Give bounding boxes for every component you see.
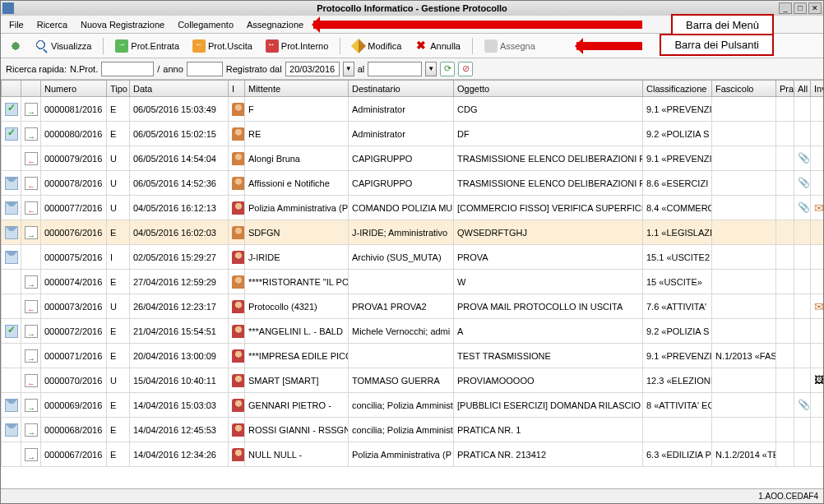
cell-classificazione: 9.2 «POLIZIA S	[643, 122, 712, 146]
menu-file[interactable]: File	[4, 18, 29, 31]
table-row[interactable]: 0000072/2016E21/04/2016 15:54:51***ANGEL…	[2, 319, 824, 344]
status-text: 1.AOO.CEDAF4	[758, 492, 818, 501]
person-icon	[232, 251, 245, 264]
date-to-input[interactable]	[368, 62, 422, 76]
cell-numero: 0000079/2016	[41, 146, 107, 171]
cell-destinatario: Polizia Amministrativa (P	[349, 442, 454, 467]
col-envelope[interactable]	[2, 81, 21, 97]
modifica-button[interactable]: Modifica	[349, 38, 405, 54]
col-classificazione[interactable]: Classificazione	[643, 81, 712, 97]
annulla-label: Annulla	[430, 41, 461, 51]
cell-inv	[811, 220, 824, 245]
cell-mittente: Protocollo (4321)	[245, 294, 349, 319]
cell-inv	[811, 97, 824, 122]
cell-fascicolo	[712, 171, 776, 196]
cell-tipo: E	[107, 97, 130, 122]
person-icon	[232, 275, 245, 289]
cell-oggetto: PROVA MAIL PROTOCOLLO IN USCITA	[454, 294, 643, 319]
assegna-button[interactable]: Assegna	[481, 38, 539, 54]
col-inv[interactable]: Inv	[811, 81, 824, 97]
minimize-icon[interactable]: _	[779, 2, 792, 14]
cell-all	[794, 97, 811, 122]
cell-all	[794, 146, 811, 171]
maximize-icon[interactable]: □	[794, 2, 807, 14]
date-from-dropdown[interactable]: ▼	[343, 62, 354, 76]
table-row[interactable]: 0000081/2016E06/05/2016 15:03:49FAdminis…	[2, 97, 824, 122]
table-row[interactable]: 0000077/2016U04/05/2016 16:12:13Polizia …	[2, 196, 824, 220]
cell-pra	[776, 97, 794, 122]
cell-all	[794, 294, 811, 319]
prot-entrata-button[interactable]: Prot.Entrata	[112, 38, 183, 54]
cell-classificazione: 8.6 «ESERCIZI	[643, 171, 712, 196]
cell-data: 06/05/2016 14:54:04	[130, 146, 229, 171]
close-icon[interactable]: ✕	[808, 2, 822, 14]
table-row[interactable]: 0000079/2016U06/05/2016 14:54:04Alongi B…	[2, 146, 824, 171]
cell-data: 21/04/2016 15:54:51	[130, 319, 229, 344]
visualizza-button[interactable]: Visualizza	[32, 38, 95, 54]
envelope-icon	[5, 251, 18, 264]
pencil-icon	[351, 38, 366, 53]
cell-all	[794, 245, 811, 270]
annulla-button[interactable]: Annulla	[411, 38, 464, 54]
cell-mittente: NULL NULL -	[245, 442, 349, 467]
table-row[interactable]: 0000076/2016E04/05/2016 16:02:03SDFGNJ-I…	[2, 220, 824, 245]
col-destinatario[interactable]: Destinatario	[349, 81, 454, 97]
col-all[interactable]: All	[794, 81, 811, 97]
col-numero[interactable]: Numero	[41, 81, 107, 97]
home-button[interactable]	[6, 38, 25, 54]
assegna-label: Assegna	[500, 41, 535, 51]
cell-destinatario: Archivio (SUS_MUTA)	[349, 245, 454, 270]
cell-fascicolo	[712, 393, 776, 418]
table-row[interactable]: 0000070/2016U15/04/2016 10:40:11SMART [S…	[2, 368, 824, 393]
menu-assegnazione[interactable]: Assegnazione	[242, 18, 308, 31]
envelope-icon	[5, 226, 18, 239]
menu-ricerca[interactable]: Ricerca	[32, 18, 72, 31]
cell-pra	[776, 418, 794, 442]
col-oggetto[interactable]: Oggetto	[454, 81, 643, 97]
person-icon	[232, 201, 245, 215]
table-row[interactable]: 0000078/2016U06/05/2016 14:52:36Affissio…	[2, 171, 824, 196]
table-row[interactable]: 0000074/2016E27/04/2016 12:59:29****RIST…	[2, 270, 824, 294]
table-row[interactable]: 0000073/2016U26/04/2016 12:23:17Protocol…	[2, 294, 824, 319]
cell-classificazione: 9.1 «PREVENZIO	[643, 97, 712, 122]
table-row[interactable]: 0000069/2016E14/04/2016 15:03:03GENNARI …	[2, 393, 824, 418]
menu-collegamento[interactable]: Collegamento	[173, 18, 238, 31]
cell-data: 04/05/2016 16:12:13	[130, 196, 229, 220]
cell-pra	[776, 196, 794, 220]
prot-interno-button[interactable]: Prot.Interno	[262, 38, 331, 54]
clear-button[interactable]: ⊘	[458, 62, 473, 76]
cell-data: 26/04/2016 12:23:17	[130, 294, 229, 319]
cell-pra	[776, 122, 794, 146]
col-i[interactable]: I	[229, 81, 245, 97]
anno-input[interactable]	[187, 62, 223, 76]
cell-tipo: U	[107, 368, 130, 393]
col-tipo[interactable]: Tipo	[107, 81, 130, 97]
cell-fascicolo: N.1.2/2014 «TE	[712, 442, 776, 467]
date-from-input[interactable]	[285, 62, 340, 76]
table-row[interactable]: 0000080/2016E06/05/2016 15:02:15REAdmini…	[2, 122, 824, 146]
cell-inv	[811, 319, 824, 344]
prot-uscita-button[interactable]: Prot.Uscita	[189, 38, 256, 54]
envelope-icon	[5, 201, 18, 215]
person-icon	[232, 448, 245, 461]
table-row[interactable]: 0000067/2016E14/04/2016 12:34:26NULL NUL…	[2, 442, 824, 467]
table-row[interactable]: 0000071/2016E20/04/2016 13:00:09***IMPRE…	[2, 344, 824, 368]
menu-nuova-registrazione[interactable]: Nuova Registrazione	[76, 18, 169, 31]
date-to-dropdown[interactable]: ▼	[425, 62, 437, 76]
table-row[interactable]: 0000075/2016I02/05/2016 15:29:27J-IRIDEA…	[2, 245, 824, 270]
refresh-button[interactable]: ⟳	[440, 62, 455, 76]
cell-classificazione: 9.1 «PREVENZIO	[643, 344, 712, 368]
col-doc[interactable]	[21, 81, 41, 97]
table-row[interactable]: 0000068/2016E14/04/2016 12:45:53ROSSI GI…	[2, 418, 824, 442]
cell-all	[794, 319, 811, 344]
protocol-grid[interactable]: Numero Tipo Data I Mittente Destinatario…	[1, 80, 823, 488]
col-data[interactable]: Data	[130, 81, 229, 97]
col-fascicolo[interactable]: Fascicolo	[712, 81, 776, 97]
cell-data: 27/04/2016 12:59:29	[130, 270, 229, 294]
cell-destinatario: TOMMASO GUERRA	[349, 368, 454, 393]
col-pra[interactable]: Pra	[776, 81, 794, 97]
col-mittente[interactable]: Mittente	[245, 81, 349, 97]
nprot-input[interactable]	[101, 62, 154, 76]
cell-data: 06/05/2016 15:02:15	[130, 122, 229, 146]
cell-tipo: U	[107, 171, 130, 196]
